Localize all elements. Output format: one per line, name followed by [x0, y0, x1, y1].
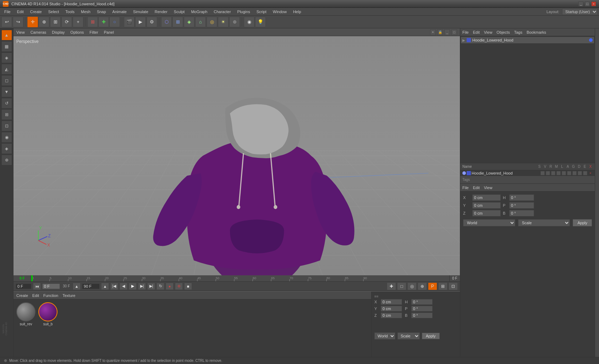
menu-edit[interactable]: Edit — [14, 9, 27, 15]
x-pos-input[interactable] — [381, 299, 402, 305]
apply-button[interactable]: Apply — [422, 333, 440, 339]
material-suit-b[interactable]: suit_b — [38, 302, 57, 326]
y-pos-input[interactable] — [381, 306, 402, 311]
vp-min-btn[interactable]: _ — [444, 29, 450, 35]
end-frame-up-btn[interactable]: ▲ — [101, 283, 109, 290]
transform-mode-select[interactable]: Scale Move Rotate — [397, 332, 420, 340]
p-rot-input[interactable] — [411, 306, 433, 311]
viewport-display-menu[interactable]: Display — [52, 30, 65, 34]
vis-s-btn[interactable] — [540, 171, 545, 175]
t-curve-btn[interactable]: ◎ — [407, 282, 417, 290]
deformer-btn[interactable]: ◈ — [184, 17, 194, 27]
sidebar-move-btn[interactable]: ◉ — [1, 132, 12, 143]
environment-btn[interactable]: ⌂ — [195, 17, 206, 27]
y-axis-btn[interactable]: ✚ — [98, 17, 109, 27]
viewport-cameras-menu[interactable]: Cameras — [31, 30, 46, 34]
obj-objects-menu[interactable]: Objects — [496, 30, 510, 34]
sidebar-point-btn[interactable]: ◻ — [1, 75, 12, 86]
menu-select[interactable]: Select — [45, 9, 62, 15]
z-pos-input[interactable] — [381, 313, 402, 318]
timeline-ruler[interactable]: 0 5 10 15 20 25 30 35 — [13, 275, 460, 282]
snap-btn[interactable]: ◉ — [244, 17, 254, 27]
menu-animate[interactable]: Animate — [110, 9, 130, 15]
vis-v-btn[interactable] — [546, 171, 550, 175]
vis-r-btn[interactable] — [551, 171, 555, 175]
record-btn[interactable]: ● — [166, 283, 174, 290]
attr-z-input[interactable] — [472, 210, 501, 216]
x-axis-btn[interactable]: ⊠ — [87, 17, 98, 27]
menu-render[interactable]: Render — [152, 9, 170, 15]
menu-mesh[interactable]: Mesh — [78, 9, 93, 15]
obj-bookmarks-menu[interactable]: Bookmarks — [527, 30, 546, 34]
vis-a-btn[interactable] — [567, 171, 571, 175]
close-btn[interactable]: × — [591, 1, 596, 6]
t-keyframe-btn[interactable]: □ — [397, 282, 406, 290]
mat-edit-menu[interactable]: Edit — [32, 293, 39, 298]
t-snap-btn[interactable]: ⊡ — [449, 282, 458, 290]
camera-btn[interactable]: ◎ — [207, 17, 217, 27]
right-edge-panel[interactable] — [595, 28, 599, 357]
vp-max-btn[interactable]: □ — [451, 29, 457, 35]
play-reverse-btn[interactable]: ◀ — [120, 283, 127, 290]
obj-tags-menu[interactable]: Tags — [514, 30, 522, 34]
play-btn[interactable]: ▶ — [129, 283, 137, 290]
minimize-btn[interactable]: _ — [578, 1, 583, 6]
sidebar-model-btn[interactable]: ▲ — [1, 30, 12, 40]
h-rot-input[interactable] — [411, 299, 433, 305]
viewport-view-menu[interactable]: View — [16, 30, 25, 34]
world-local-dropdown[interactable]: World Local — [463, 219, 515, 226]
attr-p-input[interactable] — [509, 202, 534, 209]
light-off-btn[interactable]: 💡 — [255, 17, 266, 27]
sidebar-snap-btn[interactable]: ⊡ — [1, 121, 12, 131]
step-fwd-btn[interactable]: ▶| — [138, 283, 146, 290]
menu-tools[interactable]: Tools — [62, 9, 77, 15]
cursor-tool-btn[interactable]: ✛ — [27, 17, 38, 27]
prop-file-menu[interactable]: File — [462, 186, 469, 190]
goto-first-btn[interactable]: |◀ — [110, 283, 118, 290]
light-btn[interactable]: ☀ — [218, 17, 229, 27]
material-suit-rev[interactable]: suit_rev — [16, 302, 35, 326]
goto-last-btn[interactable]: ▶| — [147, 283, 155, 290]
vis-x-btn[interactable]: × — [588, 171, 593, 175]
t-clamp-btn[interactable]: ⊞ — [438, 282, 447, 290]
viewport[interactable]: Z Y X Perspective — [13, 36, 460, 275]
stop-btn[interactable]: ■ — [184, 283, 192, 290]
cube-btn[interactable]: ⬡ — [161, 17, 172, 27]
t-key-btn[interactable]: ✚ — [387, 282, 396, 290]
loop-btn[interactable]: ↻ — [156, 283, 164, 290]
render-btn[interactable]: ▶ — [135, 17, 146, 27]
scene-btn[interactable]: ⊛ — [229, 17, 240, 27]
menu-character[interactable]: Character — [211, 9, 233, 15]
viewport-filter-menu[interactable]: Filter — [89, 30, 98, 34]
viewport-options-menu[interactable]: Options — [70, 30, 84, 34]
menu-sculpt[interactable]: Sculpt — [171, 9, 188, 15]
b-rot-input[interactable] — [411, 313, 433, 318]
maximize-btn[interactable]: □ — [585, 1, 590, 6]
mat-function-menu[interactable]: Function — [43, 293, 58, 298]
sidebar-poly-btn[interactable]: ↺ — [1, 98, 12, 109]
sidebar-bp-btn[interactable]: ◈ — [1, 53, 12, 63]
menu-script[interactable]: Script — [254, 9, 269, 15]
menu-window[interactable]: Window — [270, 9, 290, 15]
end-frame-input[interactable] — [82, 283, 100, 289]
menu-file[interactable]: File — [1, 9, 13, 15]
z-axis-btn[interactable]: ○ — [109, 17, 120, 27]
menu-mograph[interactable]: MoGraph — [188, 9, 210, 15]
sidebar-rotate-btn[interactable]: ◈ — [1, 143, 12, 154]
obj-view-menu[interactable]: View — [484, 30, 493, 34]
menu-simulate[interactable]: Simulate — [130, 9, 151, 15]
attr-b-input[interactable] — [509, 210, 534, 216]
add-tool-btn[interactable]: + — [73, 17, 83, 27]
current-frame-input[interactable] — [16, 283, 32, 289]
auto-key-btn[interactable]: ⊕ — [175, 283, 183, 290]
frame-indicator[interactable] — [42, 283, 60, 289]
viewport-panel-menu[interactable]: Panel — [104, 30, 114, 34]
vp-plus-btn[interactable]: + — [430, 29, 436, 35]
vis-l-btn[interactable] — [562, 171, 566, 175]
fps-up-btn[interactable]: ▲ — [73, 283, 81, 290]
attr-y-input[interactable] — [472, 202, 501, 209]
move-tool-btn[interactable]: ⊕ — [39, 17, 49, 27]
t-motion-btn[interactable]: ⊕ — [418, 282, 427, 290]
menu-help[interactable]: Help — [290, 9, 304, 15]
render-preview-btn[interactable]: 🎬 — [124, 17, 134, 27]
